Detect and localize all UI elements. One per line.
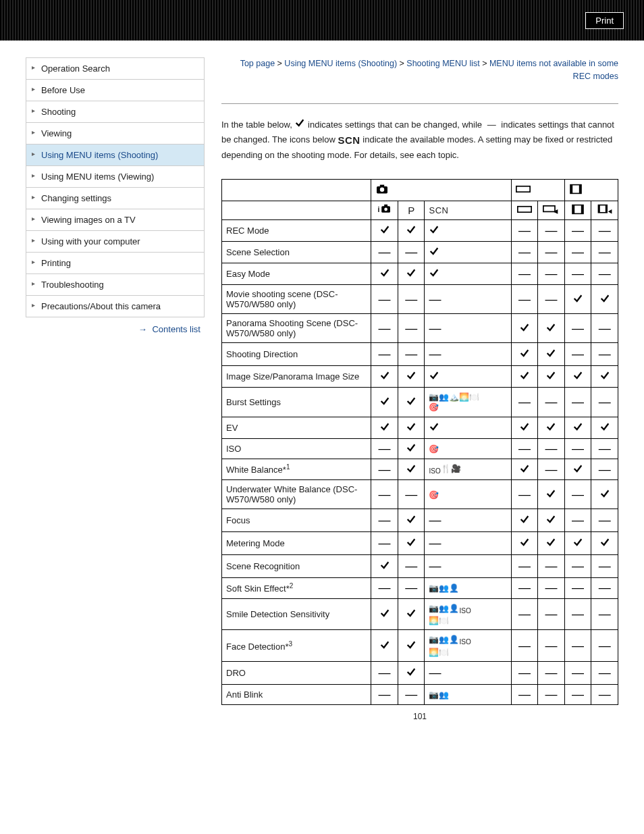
cell: — [538, 242, 565, 263]
row-label: Scene Recognition [222, 555, 371, 578]
cell [398, 630, 425, 662]
print-button[interactable]: Print [585, 12, 624, 29]
cell: — [564, 685, 591, 705]
cell: — [511, 220, 538, 242]
table-row: Panorama Shooting Scene (DSC-W570/W580 o… [222, 314, 618, 343]
cell [591, 532, 618, 555]
sidebar: Operation SearchBefore UseShootingViewin… [26, 57, 205, 721]
row-label: Movie shooting scene (DSC-W570/W580 only… [222, 285, 371, 314]
contents-list-label[interactable]: Contents list [152, 324, 200, 334]
cell: — [511, 685, 538, 705]
sidebar-item[interactable]: Precautions/About this camera [26, 296, 204, 317]
intro-text: In the table below, indicates settings t… [221, 118, 618, 163]
cell: — [371, 459, 398, 479]
breadcrumb-item[interactable]: Shooting MENU list [406, 59, 479, 68]
svg-text:i: i [377, 206, 379, 213]
cell: — [591, 630, 618, 662]
cell [591, 366, 618, 388]
cell: — [511, 555, 538, 578]
cell [425, 263, 511, 285]
cell: — [371, 285, 398, 314]
movie-header [564, 201, 591, 220]
cell: 🎯 [425, 438, 511, 459]
cell [398, 598, 425, 630]
cell [511, 343, 538, 366]
panorama-icon [517, 205, 532, 214]
sidebar-item[interactable]: Using MENU items (Shooting) [26, 145, 204, 166]
breadcrumb-sep: > [275, 59, 284, 68]
row-label: REC Mode [222, 220, 371, 242]
cell [511, 417, 538, 438]
table-row: White Balance*1—ISO🍴🎥—— [222, 459, 618, 479]
cell: — [511, 598, 538, 630]
cell: — [425, 285, 511, 314]
check-icon [294, 118, 305, 133]
sidebar-item[interactable]: Troubleshooting [26, 274, 204, 296]
cell: — [591, 459, 618, 479]
arrow-right-icon: → [138, 324, 147, 334]
cell: 🎯 [425, 480, 511, 509]
cell: — [591, 578, 618, 598]
cell: — [564, 343, 591, 366]
cell [398, 220, 425, 242]
cell: — [564, 630, 591, 662]
sidebar-item[interactable]: Shooting [26, 101, 204, 123]
contents-list-link[interactable]: → Contents list [26, 317, 205, 341]
sidebar-item[interactable]: Using with your computer [26, 231, 204, 253]
cell: — [371, 662, 398, 685]
table-row: Smile Detection Sensitivity📷👥👤ISO🌅🍽️———— [222, 598, 618, 630]
svg-rect-1 [380, 185, 384, 188]
row-label: Underwater White Balance (DSC-W570/W580 … [222, 480, 371, 509]
cell: — [591, 343, 618, 366]
movie-icon [569, 184, 583, 194]
cell: — [511, 285, 538, 314]
sidebar-item[interactable]: Viewing images on a TV [26, 209, 204, 231]
panorama-plus-header [538, 201, 565, 220]
cell: — [564, 220, 591, 242]
cell: — [511, 480, 538, 509]
row-label: ISO [222, 438, 371, 459]
table-row: Movie shooting scene (DSC-W570/W580 only… [222, 285, 618, 314]
cell: — [371, 480, 398, 509]
iauto-header: i [371, 201, 398, 220]
sidebar-item[interactable]: Operation Search [26, 58, 204, 80]
cell: — [538, 388, 565, 417]
sidebar-item[interactable]: Printing [26, 253, 204, 274]
cell: — [511, 242, 538, 263]
cell: — [538, 598, 565, 630]
camera-icon [375, 184, 389, 194]
cell [371, 555, 398, 578]
svg-rect-12 [543, 206, 555, 212]
cell: — [538, 662, 565, 685]
row-label: Metering Mode [222, 532, 371, 555]
cell [371, 220, 398, 242]
cell: — [591, 242, 618, 263]
sidebar-item[interactable]: Using MENU items (Viewing) [26, 166, 204, 188]
cell [564, 459, 591, 479]
cell: — [371, 438, 398, 459]
cell [371, 366, 398, 388]
cell: 📷👥👤ISO🌅🍽️ [425, 630, 511, 662]
cell: — [591, 220, 618, 242]
sidebar-item[interactable]: Viewing [26, 123, 204, 145]
row-label: Easy Mode [222, 263, 371, 285]
row-label: Image Size/Panorama Image Size [222, 366, 371, 388]
movie-icon [571, 204, 585, 215]
cell: — [538, 285, 565, 314]
breadcrumb-item[interactable]: Using MENU items (Shooting) [284, 59, 397, 68]
sidebar-item[interactable]: Changing settings [26, 188, 204, 209]
content-area: Top page > Using MENU items (Shooting) >… [221, 57, 618, 721]
p-header: P [398, 201, 425, 220]
iauto-icon: i [377, 204, 392, 215]
table-row: Anti Blink——📷👥———— [222, 685, 618, 705]
row-label: Smile Detection Sensitivity [222, 598, 371, 630]
cell: — [425, 343, 511, 366]
breadcrumb-item[interactable]: Top page [240, 59, 275, 68]
cell [398, 509, 425, 532]
cell: — [564, 314, 591, 343]
panorama-header [511, 201, 538, 220]
movie-plus-header [591, 201, 618, 220]
svg-point-10 [384, 208, 387, 211]
sidebar-item[interactable]: Before Use [26, 80, 204, 101]
cell: — [371, 242, 398, 263]
